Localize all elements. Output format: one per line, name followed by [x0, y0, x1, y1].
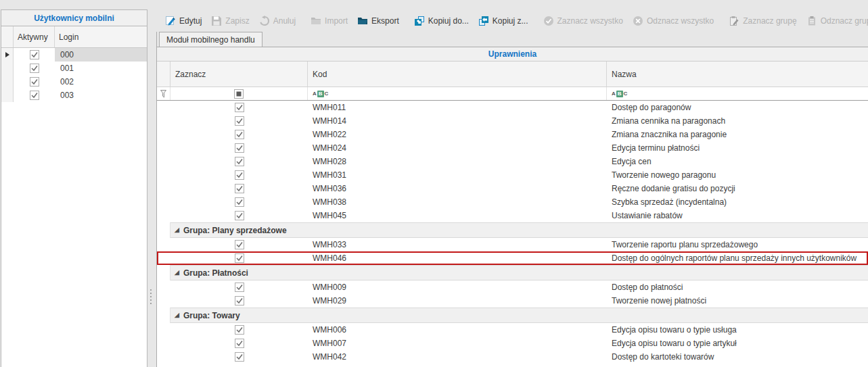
filter-nazwa-input[interactable]: ABC — [607, 87, 868, 100]
group-expanded-icon[interactable]: ◢ — [175, 227, 179, 233]
kod-cell[interactable]: WMH033 — [308, 238, 607, 251]
copy-to-button[interactable]: Kopiuj do... — [409, 14, 474, 28]
aktywny-checkbox[interactable] — [14, 91, 55, 100]
nazwa-cell[interactable]: Edycja opisu towaru o typie artykuł — [607, 337, 868, 350]
nazwa-cell[interactable]: Szybka sprzedaż (incydentalna) — [607, 195, 868, 209]
kod-cell[interactable]: WMH042 — [308, 350, 607, 364]
permission-row[interactable]: WMH006Edycja opisu towaru o typie usługa — [157, 323, 868, 337]
kod-cell[interactable]: WMH038 — [308, 195, 607, 209]
kod-cell[interactable]: WMH022 — [308, 128, 607, 141]
permission-row[interactable]: WMH028Edycja cen — [157, 155, 868, 168]
group-expanded-icon[interactable]: ◢ — [175, 270, 179, 276]
filter-kod-input[interactable]: ABC — [308, 87, 607, 100]
kod-cell[interactable]: WMH024 — [308, 141, 607, 155]
permission-checkbox[interactable] — [170, 294, 308, 308]
login-cell[interactable]: 002 — [55, 75, 147, 89]
group-expanded-icon[interactable]: ◢ — [175, 312, 179, 318]
nazwa-cell[interactable]: Tworzenie nowej płatności — [607, 294, 868, 308]
permission-row[interactable]: WMH009Dostęp do płatności — [157, 280, 868, 294]
nazwa-cell[interactable]: Dostęp do płatności — [607, 280, 868, 294]
user-row[interactable]: 003 — [1, 89, 147, 102]
nazwa-cell[interactable]: Edycja cen — [607, 155, 868, 168]
permission-row[interactable]: WMH007Edycja opisu towaru o typie artyku… — [157, 337, 868, 350]
kod-cell[interactable]: WMH046 — [308, 251, 607, 265]
permission-checkbox[interactable] — [170, 182, 308, 195]
splitter-handle-icon[interactable] — [150, 289, 152, 304]
user-row[interactable]: 002 — [1, 75, 147, 89]
permission-row[interactable]: WMH038Szybka sprzedaż (incydentalna) — [157, 195, 868, 209]
kod-cell[interactable]: WMH028 — [308, 155, 607, 168]
permission-checkbox[interactable] — [170, 155, 308, 168]
nazwa-cell[interactable]: Tworzenie nowego paragonu — [607, 168, 868, 182]
permission-group-row[interactable]: ◢Grupa: Plany sprzedażowe — [157, 222, 868, 238]
kod-cell[interactable]: WMH014 — [308, 114, 607, 128]
nazwa-cell[interactable]: Ręczne dodanie gratisu do pozycji — [607, 182, 868, 195]
kod-cell[interactable]: WMH011 — [308, 101, 607, 114]
nazwa-cell[interactable]: Ustawianie rabatów — [607, 209, 868, 222]
copy-from-button[interactable]: Kopiuj z... — [474, 14, 533, 28]
permission-checkbox[interactable] — [170, 141, 308, 155]
nazwa-cell[interactable]: Dostęp do kartoteki towarów — [607, 350, 868, 364]
user-row[interactable]: 000 — [1, 48, 147, 62]
permission-row[interactable]: WMH031Tworzenie nowego paragonu — [157, 168, 868, 182]
group-band[interactable]: ◢Grupa: Płatności — [170, 265, 868, 280]
group-band[interactable]: ◢Grupa: Plany sprzedażowe — [170, 222, 868, 238]
column-zaznacz[interactable]: Zaznacz — [170, 62, 308, 87]
column-kod[interactable]: Kod — [308, 62, 607, 87]
users-column-aktywny[interactable]: Aktywny — [14, 26, 55, 47]
tab-modul-mobilnego-handlu[interactable]: Moduł mobilnego handlu — [159, 32, 262, 47]
permission-row[interactable]: WMH011Dostęp do paragonów — [157, 101, 868, 114]
permission-group-row[interactable]: ◢Grupa: Towary — [157, 308, 868, 323]
permission-row[interactable]: WMH029Tworzenie nowej płatności — [157, 294, 868, 308]
users-column-login[interactable]: Login — [55, 26, 147, 47]
kod-cell[interactable]: WMH045 — [308, 209, 607, 222]
permission-row[interactable]: WMH042Dostęp do kartoteki towarów — [157, 350, 868, 364]
user-row[interactable]: 001 — [1, 62, 147, 75]
permission-checkbox[interactable] — [170, 128, 308, 141]
kod-cell[interactable]: WMH006 — [308, 323, 607, 337]
aktywny-checkbox[interactable] — [14, 50, 55, 59]
permission-checkbox[interactable] — [170, 337, 308, 350]
kod-cell[interactable]: WMH031 — [308, 168, 607, 182]
nazwa-cell[interactable]: Tworzenie raportu planu sprzedażowego — [607, 238, 868, 251]
permission-checkbox[interactable] — [170, 238, 308, 251]
permission-row[interactable]: WMH045Ustawianie rabatów — [157, 209, 868, 222]
login-cell[interactable]: 003 — [55, 89, 147, 102]
permission-checkbox[interactable] — [170, 323, 308, 337]
permission-row[interactable]: WMH014Zmiana cennika na paragonach — [157, 114, 868, 128]
nazwa-cell[interactable]: Dostęp do ogólnych raportów planu sprzed… — [607, 251, 868, 265]
permission-checkbox[interactable] — [170, 195, 308, 209]
group-band[interactable]: ◢Grupa: Towary — [170, 308, 868, 323]
permission-checkbox[interactable] — [170, 168, 308, 182]
nazwa-cell[interactable]: Edycja opisu towaru o typie usługa — [607, 323, 868, 337]
permission-checkbox[interactable] — [170, 350, 308, 364]
permission-row[interactable]: WMH046Dostęp do ogólnych raportów planu … — [157, 251, 868, 265]
permission-row[interactable]: WMH033Tworzenie raportu planu sprzedażow… — [157, 238, 868, 251]
login-cell[interactable]: 000 — [55, 48, 147, 62]
kod-cell[interactable]: WMH036 — [308, 182, 607, 195]
nazwa-cell[interactable]: Edycja terminu płatności — [607, 141, 868, 155]
filter-zaznacz-checkbox[interactable] — [170, 87, 308, 100]
nazwa-cell[interactable]: Zmiana znacznika na paragonie — [607, 128, 868, 141]
permission-row[interactable]: WMH036Ręczne dodanie gratisu do pozycji — [157, 182, 868, 195]
permission-row[interactable]: WMH022Zmiana znacznika na paragonie — [157, 128, 868, 141]
permission-group-row[interactable]: ◢Grupa: Płatności — [157, 265, 868, 280]
kod-cell[interactable]: WMH009 — [308, 280, 607, 294]
aktywny-checkbox[interactable] — [14, 77, 55, 87]
aktywny-checkbox[interactable] — [14, 64, 55, 73]
column-nazwa[interactable]: Nazwa — [607, 62, 868, 87]
nazwa-cell[interactable]: Zmiana cennika na paragonach — [607, 114, 868, 128]
permission-checkbox[interactable] — [170, 114, 308, 128]
panel-splitter[interactable] — [147, 9, 156, 367]
permission-checkbox[interactable] — [170, 280, 308, 294]
nazwa-cell[interactable]: Dostęp do paragonów — [607, 101, 868, 114]
permission-checkbox[interactable] — [170, 209, 308, 222]
kod-cell[interactable]: WMH007 — [308, 337, 607, 350]
permission-checkbox[interactable] — [170, 251, 308, 265]
login-cell[interactable]: 001 — [55, 62, 147, 75]
edit-button[interactable]: Edytuj — [160, 14, 206, 28]
permission-row[interactable]: WMH024Edycja terminu płatności — [157, 141, 868, 155]
kod-cell[interactable]: WMH029 — [308, 294, 607, 308]
permission-checkbox[interactable] — [170, 101, 308, 114]
export-button[interactable]: Eksport — [352, 14, 404, 28]
